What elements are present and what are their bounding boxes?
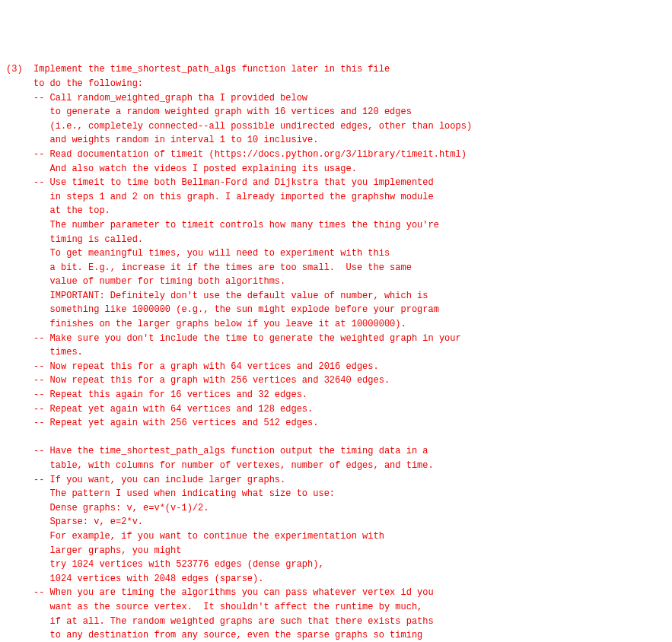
code-line: The pattern I used when indicating what … bbox=[6, 487, 666, 501]
code-line: table, with columns for number of vertex… bbox=[6, 459, 666, 473]
code-line: The number parameter to timeit controls … bbox=[6, 218, 666, 233]
code-line: -- Call random_weighted_graph tha I prov… bbox=[6, 91, 666, 106]
code-line: to any destination from any source, even… bbox=[6, 628, 666, 642]
code-line: -- Repeat this again for 16 vertices and… bbox=[6, 388, 666, 402]
code-line: (3) Implement the time_shortest_path_alg… bbox=[6, 62, 666, 77]
code-line: -- Read documentation of timeit (https:/… bbox=[6, 148, 666, 162]
code-line: larger graphs, you might bbox=[6, 544, 666, 558]
code-line: want as the source vertex. It shouldn't … bbox=[6, 600, 666, 615]
code-line: -- Now repeat this for a graph with 64 v… bbox=[6, 360, 666, 374]
code-line: -- Have the time_shortest_path_algs func… bbox=[6, 444, 666, 459]
code-line: To get meaningful times, you will need t… bbox=[6, 246, 666, 261]
code-line bbox=[6, 431, 666, 445]
code-line: -- Repeat yet again with 64 vertices and… bbox=[6, 402, 666, 417]
code-line: Sparse: v, e=2*v. bbox=[6, 515, 666, 529]
code-line: something like 1000000 (e.g., the sun mi… bbox=[6, 303, 666, 317]
code-line: in steps 1 and 2 on this graph. I alread… bbox=[6, 190, 666, 205]
code-line: value of number for timing both algorith… bbox=[6, 275, 666, 289]
code-line: For example, if you want to continue the… bbox=[6, 529, 666, 544]
code-line: -- If you want, you can include larger g… bbox=[6, 473, 666, 488]
code-line: try 1024 vertices with 523776 edges (den… bbox=[6, 558, 666, 572]
code-line: if at all. The random weighted graphs ar… bbox=[6, 615, 666, 629]
code-line: IMPORTANT: Definitely don't use the defa… bbox=[6, 289, 666, 304]
code-line: (i.e., completely connected--all possibl… bbox=[6, 119, 666, 134]
code-line: a bit. E.g., increase it if the times ar… bbox=[6, 261, 666, 275]
code-line: Dense graphs: v, e=v*(v-1)/2. bbox=[6, 501, 666, 516]
code-line: -- Make sure you don't include the time … bbox=[6, 332, 666, 346]
code-line: timing is called. bbox=[6, 233, 666, 247]
code-line: -- Now repeat this for a graph with 256 … bbox=[6, 373, 666, 388]
code-line: to do the following: bbox=[6, 77, 666, 91]
code-line: -- Use timeit to time both Bellman-Ford … bbox=[6, 176, 666, 190]
code-line: times. bbox=[6, 345, 666, 360]
code-line: 1024 vertices with 2048 edges (sparse). bbox=[6, 572, 666, 586]
code-line: and weights random in interval 1 to 10 i… bbox=[6, 133, 666, 148]
code-comment-block: (3) Implement the time_shortest_path_alg… bbox=[6, 62, 666, 642]
code-line: -- When you are timing the algorithms yo… bbox=[6, 586, 666, 600]
code-line: to generate a random weighted graph with… bbox=[6, 105, 666, 119]
code-line: at the top. bbox=[6, 204, 666, 218]
code-line: finishes on the larger graphs below if y… bbox=[6, 317, 666, 332]
code-line: And also watch the videos I posted expla… bbox=[6, 162, 666, 176]
code-line: -- Repeat yet again with 256 vertices an… bbox=[6, 416, 666, 431]
